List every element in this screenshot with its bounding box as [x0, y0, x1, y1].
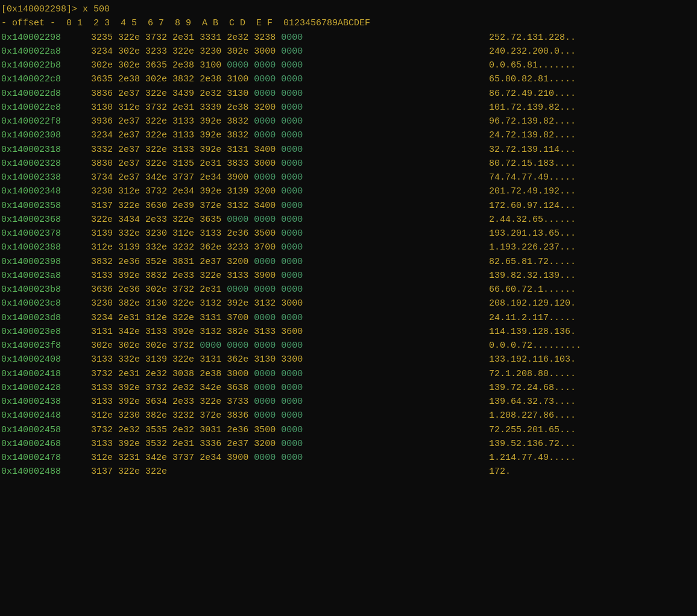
- table-row: 0x140002328 3830 2e37 322e 3135 2e31 383…: [0, 157, 697, 171]
- hex-address: 0x140002388: [1, 240, 86, 254]
- hex-address: 0x140002398: [1, 255, 86, 269]
- hex-values: 3230 312e 3732 2e34 392e 3139 3200 0000: [86, 184, 484, 198]
- hex-values: 3130 312e 3732 2e31 3339 2e38 3200 0000: [86, 101, 484, 115]
- ascii-values: 208.102.129.120.: [484, 297, 576, 310]
- ascii-values: 96.72.139.82....: [484, 115, 576, 128]
- hex-address: 0x140002458: [1, 423, 86, 437]
- table-row: 0x140002358 3137 322e 3630 2e39 372e 313…: [0, 199, 697, 213]
- hex-values: 3732 2e31 2e32 3038 2e38 3000 0000 0000: [86, 367, 484, 381]
- table-row: 0x1400022a8 3234 302e 3233 322e 3230 302…: [0, 45, 697, 58]
- hex-address: 0x1400022a8: [1, 45, 86, 58]
- hex-values: 3836 2e37 322e 3439 2e32 3130 0000 0000: [86, 87, 484, 101]
- hex-address: 0x1400023e8: [1, 325, 86, 339]
- ascii-values: 139.52.136.72...: [484, 437, 576, 451]
- ascii-values: 1.193.226.237...: [484, 240, 576, 254]
- ascii-values: 24.72.139.82....: [484, 128, 576, 142]
- hex-address: 0x140002448: [1, 409, 86, 423]
- ascii-values: 201.72.49.192...: [484, 184, 576, 198]
- hex-values: 3332 2e37 322e 3133 392e 3131 3400 0000: [86, 143, 484, 157]
- hex-values: 3234 302e 3233 322e 3230 302e 3000 0000: [86, 45, 484, 58]
- hex-values: 322e 3434 2e33 322e 3635 0000 0000 0000: [86, 213, 484, 227]
- hex-values: 3137 322e 322e: [86, 465, 484, 479]
- table-row: 0x140002298 3235 322e 3732 2e31 3331 2e3…: [0, 31, 697, 45]
- ascii-values: 172.: [484, 465, 511, 479]
- hex-values: 302e 302e 3635 2e38 3100 0000 0000 0000: [86, 58, 484, 72]
- table-row: 0x1400023b8 3636 2e36 302e 3732 2e31 000…: [0, 283, 697, 297]
- hex-values: 3734 2e37 342e 3737 2e34 3900 0000 0000: [86, 171, 484, 184]
- hex-values: 3234 2e31 312e 322e 3131 3700 0000 0000: [86, 311, 484, 325]
- ascii-values: 240.232.200.0...: [484, 45, 576, 58]
- hex-address: 0x140002378: [1, 227, 86, 240]
- hex-address: 0x1400023c8: [1, 297, 86, 310]
- table-row: 0x140002338 3734 2e37 342e 3737 2e34 390…: [0, 171, 697, 184]
- ascii-values: 72.255.201.65...: [484, 423, 576, 437]
- ascii-values: 252.72.131.228..: [484, 31, 576, 45]
- hex-address: 0x140002418: [1, 367, 86, 381]
- hex-address: 0x140002328: [1, 157, 86, 171]
- ascii-values: 66.60.72.1......: [484, 283, 576, 297]
- table-row: 0x140002308 3234 2e37 322e 3133 392e 383…: [0, 128, 697, 142]
- hex-address: 0x140002338: [1, 171, 86, 184]
- table-row: 0x140002488 3137 322e 322e 172.: [0, 465, 697, 479]
- ascii-values: 139.64.32.73....: [484, 395, 576, 409]
- terminal-window: [0x140002298]> x 500 - offset - 0 1 2 3 …: [0, 0, 697, 616]
- hex-address: 0x1400023a8: [1, 269, 86, 283]
- hex-address: 0x1400022b8: [1, 58, 86, 72]
- hex-values: 3732 2e32 3535 2e32 3031 2e36 3500 0000: [86, 423, 484, 437]
- table-row: 0x140002388 312e 3139 332e 3232 362e 323…: [0, 240, 697, 254]
- table-row: 0x140002408 3133 332e 3139 322e 3131 362…: [0, 353, 697, 366]
- hex-address: 0x140002308: [1, 128, 86, 142]
- hex-address: 0x1400023f8: [1, 339, 86, 353]
- hex-address: 0x140002358: [1, 199, 86, 213]
- prompt: [0x140002298]> x 500: [1, 2, 110, 16]
- hex-values: 302e 302e 302e 3732 0000 0000 0000 0000: [86, 339, 484, 353]
- table-row: 0x1400023f8 302e 302e 302e 3732 0000 000…: [0, 339, 697, 353]
- ascii-values: 114.139.128.136.: [484, 325, 576, 339]
- hex-address: 0x140002318: [1, 143, 86, 157]
- ascii-values: 82.65.81.72.....: [484, 255, 576, 269]
- ascii-values: 1.208.227.86....: [484, 409, 576, 423]
- hex-address: 0x140002368: [1, 213, 86, 227]
- ascii-values: 2.44.32.65......: [484, 213, 576, 227]
- table-row: 0x140002428 3133 392e 3732 2e32 342e 363…: [0, 381, 697, 395]
- table-row: 0x140002348 3230 312e 3732 2e34 392e 313…: [0, 184, 697, 198]
- hex-address: 0x1400023b8: [1, 283, 86, 297]
- table-row: 0x1400023c8 3230 382e 3130 322e 3132 392…: [0, 297, 697, 310]
- hex-values: 312e 3231 342e 3737 2e34 3900 0000 0000: [86, 451, 484, 465]
- hex-values: 3133 392e 3634 2e33 322e 3733 0000 0000: [86, 395, 484, 409]
- table-row: 0x140002398 3832 2e36 352e 3831 2e37 320…: [0, 255, 697, 269]
- hex-address: 0x140002468: [1, 437, 86, 451]
- hex-values: 312e 3139 332e 3232 362e 3233 3700 0000: [86, 240, 484, 254]
- table-row: 0x140002318 3332 2e37 322e 3133 392e 313…: [0, 143, 697, 157]
- hex-address: 0x140002428: [1, 381, 86, 395]
- ascii-values: 32.72.139.114...: [484, 143, 576, 157]
- ascii-values: 139.72.24.68....: [484, 381, 576, 395]
- ascii-values: 24.11.2.117.....: [484, 311, 576, 325]
- table-row: 0x140002448 312e 3230 382e 3232 372e 383…: [0, 409, 697, 423]
- hex-address: 0x1400022d8: [1, 87, 86, 101]
- hex-values: 3234 2e37 322e 3133 392e 3832 0000 0000: [86, 128, 484, 142]
- table-row: 0x140002438 3133 392e 3634 2e33 322e 373…: [0, 395, 697, 409]
- hex-values: 3133 392e 3832 2e33 322e 3133 3900 0000: [86, 269, 484, 283]
- table-row: 0x1400023e8 3131 342e 3133 392e 3132 382…: [0, 325, 697, 339]
- hex-values: 3830 2e37 322e 3135 2e31 3833 3000 0000: [86, 157, 484, 171]
- table-row: 0x1400022d8 3836 2e37 322e 3439 2e32 313…: [0, 87, 697, 101]
- hex-address: 0x1400023d8: [1, 311, 86, 325]
- command-line: [0x140002298]> x 500: [0, 2, 697, 16]
- hex-address: 0x140002408: [1, 353, 86, 366]
- header-line: - offset - 0 1 2 3 4 5 6 7 8 9 A B C D E…: [0, 16, 697, 30]
- ascii-values: 133.192.116.103.: [484, 353, 576, 366]
- ascii-values: 72.1.208.80.....: [484, 367, 576, 381]
- hex-address: 0x140002298: [1, 31, 86, 45]
- table-row: 0x140002458 3732 2e32 3535 2e32 3031 2e3…: [0, 423, 697, 437]
- table-row: 0x140002468 3133 392e 3532 2e31 3336 2e3…: [0, 437, 697, 451]
- ascii-values: 86.72.49.210....: [484, 87, 576, 101]
- hex-values: 3230 382e 3130 322e 3132 392e 3132 3000: [86, 297, 484, 310]
- hex-values: 3131 342e 3133 392e 3132 382e 3133 3600: [86, 325, 484, 339]
- hex-address: 0x140002348: [1, 184, 86, 198]
- ascii-values: 74.74.77.49.....: [484, 171, 576, 184]
- hex-address: 0x1400022e8: [1, 101, 86, 115]
- table-row: 0x1400022c8 3635 2e38 302e 3832 2e38 310…: [0, 72, 697, 86]
- ascii-values: 101.72.139.82...: [484, 101, 576, 115]
- hex-values: 3636 2e36 302e 3732 2e31 0000 0000 0000: [86, 283, 484, 297]
